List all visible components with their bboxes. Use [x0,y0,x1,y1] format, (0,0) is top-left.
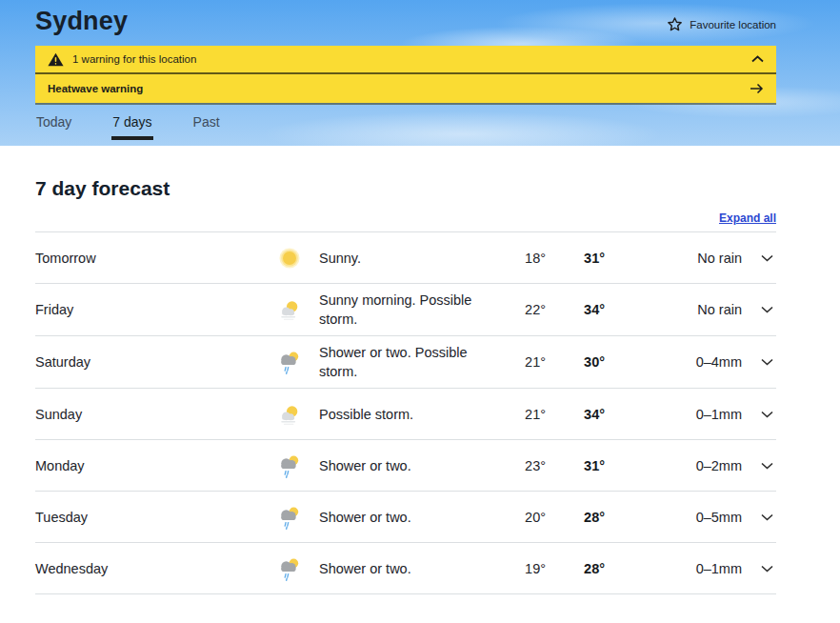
forecast-row-tuesday[interactable]: Tuesday Shower or two. 20° 28° 0–5mm [35,492,776,543]
forecast-row-friday[interactable]: Friday Sunny morning. Possible storm. 22… [35,284,776,336]
summary-text: Shower or two. Possible storm. [319,343,483,381]
chevron-down-icon[interactable] [742,565,776,573]
warning-triangle-icon [48,52,64,67]
forecast-row-monday[interactable]: Monday Shower or two. 23° 31° 0–2mm [35,440,776,492]
chevron-down-icon[interactable] [742,306,776,313]
chevron-down-icon[interactable] [742,411,776,418]
rain-amount: 0–1mm [605,561,742,576]
favourite-location-label: Favourite location [690,19,776,30]
sunny-icon [276,245,303,271]
high-temp: 34° [546,407,605,422]
warning-item-label: Heatwave warning [48,83,143,94]
tab-past[interactable]: Past [192,114,221,140]
chevron-up-icon [751,55,764,63]
rain-amount: 0–5mm [605,510,742,525]
low-temp: 18° [483,251,546,266]
warning-item-heatwave[interactable]: Heatwave warning [35,74,776,103]
rain-shower-icon [276,504,303,531]
rain-amount: 0–4mm [605,354,742,370]
day-label: Tuesday [35,510,276,525]
low-temp: 19° [483,561,546,576]
rain-amount: 0–1mm [605,407,742,422]
summary-text: Sunny. [319,249,483,268]
chevron-down-icon[interactable] [742,358,776,366]
forecast-row-wednesday[interactable]: Wednesday Shower or two. 19° 28° 0–1mm [35,543,776,594]
low-temp: 21° [483,407,546,422]
warnings-summary-toggle[interactable]: 1 warning for this location [35,46,776,74]
forecast-tabs: Today 7 days Past [35,114,776,140]
rain-shower-icon [276,555,303,582]
summary-text: Shower or two. [319,508,483,527]
arrow-right-icon [750,83,764,94]
forecast-section: 7 day forecast Expand all Tomorrow Sunny… [0,177,840,594]
partly-cloudy-icon [276,296,303,323]
forecast-row-sunday[interactable]: Sunday Possible storm. 21° 34° 0–1mm [35,389,776,440]
expand-all-link[interactable]: Expand all [719,211,776,225]
favourite-location-button[interactable]: Favourite location [667,16,776,32]
low-temp: 22° [483,302,546,317]
page-title: Sydney [35,7,128,36]
tab-7-days[interactable]: 7 days [111,114,152,140]
high-temp: 31° [546,251,605,266]
forecast-row-tomorrow[interactable]: Tomorrow Sunny. 18° 31° No rain [35,232,776,284]
rain-amount: No rain [605,251,742,266]
summary-text: Shower or two. [319,456,483,475]
low-temp: 20° [483,510,546,525]
day-label: Friday [35,302,276,317]
partly-cloudy-icon [276,401,303,428]
day-label: Wednesday [35,561,276,576]
rain-shower-icon [276,349,303,375]
forecast-row-saturday[interactable]: Saturday Shower or two. Possible storm. … [35,336,776,389]
low-temp: 23° [483,458,546,473]
high-temp: 31° [546,458,605,473]
chevron-down-icon[interactable] [742,254,776,262]
summary-text: Possible storm. [319,405,483,424]
chevron-down-icon[interactable] [742,462,776,470]
tab-today[interactable]: Today [35,114,72,140]
summary-text: Shower or two. [319,559,483,578]
section-title: 7 day forecast [35,177,776,200]
summary-text: Sunny morning. Possible storm. [319,291,483,329]
high-temp: 28° [546,510,605,525]
rain-amount: No rain [605,302,742,317]
chevron-down-icon[interactable] [742,513,776,521]
rain-shower-icon [276,452,303,479]
high-temp: 34° [546,302,605,317]
high-temp: 30° [546,354,605,370]
day-label: Saturday [35,354,276,370]
day-label: Tomorrow [35,251,276,266]
warnings-summary-label: 1 warning for this location [72,53,196,65]
forecast-list: Tomorrow Sunny. 18° 31° No rain Friday [35,231,776,594]
location-header: Sydney Favourite location [0,0,840,146]
day-label: Monday [35,458,276,473]
low-temp: 21° [483,354,546,370]
day-label: Sunday [35,407,276,422]
rain-amount: 0–2mm [605,458,742,473]
star-icon [667,16,683,32]
high-temp: 28° [546,561,605,576]
warnings-banner: 1 warning for this location Heatwave war… [35,46,776,105]
